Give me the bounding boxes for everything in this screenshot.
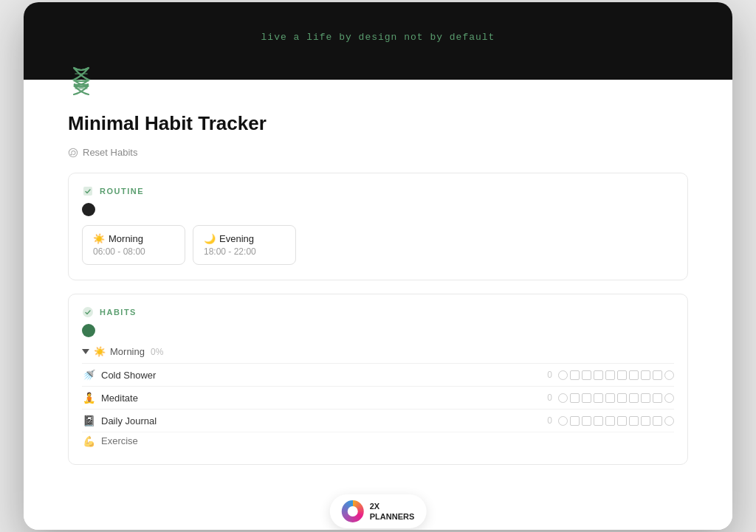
routine-card-evening[interactable]: 🌙 Evening 18:00 - 22:00 xyxy=(193,225,296,265)
cb-18[interactable] xyxy=(582,416,591,426)
brand-logo-inner xyxy=(348,506,358,517)
habit-row-daily-journal: 📓 Daily Journal 0 xyxy=(82,409,674,432)
habits-dot xyxy=(82,324,95,337)
cb-7[interactable] xyxy=(641,370,650,380)
morning-card-title: ☀️ Morning xyxy=(93,233,174,244)
cb-20[interactable] xyxy=(605,416,615,426)
routine-icon xyxy=(82,185,94,197)
cb-1[interactable] xyxy=(570,370,580,380)
cb-9[interactable] xyxy=(570,393,580,403)
habits-section-header: HABITS xyxy=(82,306,674,318)
habits-morning-row[interactable]: ☀️ Morning 0% xyxy=(82,346,674,357)
cold-shower-icon: 🚿 xyxy=(82,368,95,381)
exercise-name: Exercise xyxy=(101,435,674,446)
header-tagline: live a life by design not by default xyxy=(24,32,732,43)
radio-6[interactable] xyxy=(664,416,674,426)
routine-section-header: ROUTINE xyxy=(82,185,674,197)
morning-pct: 0% xyxy=(151,347,163,357)
meditate-name: Meditate xyxy=(101,393,537,404)
cb-6[interactable] xyxy=(629,370,639,380)
cold-shower-count: 0 xyxy=(537,370,552,380)
moon-icon: 🌙 xyxy=(204,233,216,244)
radio-4[interactable] xyxy=(664,393,674,403)
watermark: 2X PLANNERS xyxy=(330,494,427,528)
radio-5[interactable] xyxy=(558,416,568,426)
journal-icon: 📓 xyxy=(82,414,95,427)
cb-2[interactable] xyxy=(582,370,591,380)
svg-rect-4 xyxy=(83,187,92,196)
habits-icon xyxy=(82,306,94,318)
sun-icon: ☀️ xyxy=(93,233,105,244)
svg-point-3 xyxy=(69,148,77,156)
cb-24[interactable] xyxy=(653,416,662,426)
journal-checkboxes xyxy=(558,416,674,426)
habit-row-meditate: 🧘 Meditate 0 xyxy=(82,386,674,409)
habits-section-card: HABITS ☀️ Morning 0% 🚿 Cold Shower 0 xyxy=(68,294,688,465)
dna-icon xyxy=(68,65,688,100)
cb-10[interactable] xyxy=(582,393,591,403)
meditate-icon: 🧘 xyxy=(82,391,95,404)
cb-5[interactable] xyxy=(617,370,627,380)
cb-4[interactable] xyxy=(605,370,615,380)
exercise-icon: 💪 xyxy=(82,435,95,448)
reset-habits-button[interactable]: Reset Habits xyxy=(68,147,688,158)
cb-17[interactable] xyxy=(570,416,580,426)
morning-habits-label: Morning xyxy=(110,346,145,357)
routine-section-card: ROUTINE ☀️ Morning 06:00 - 08:00 🌙 Eveni… xyxy=(68,173,688,280)
cb-11[interactable] xyxy=(594,393,603,403)
brand-logo xyxy=(342,500,364,522)
page-title: Minimal Habit Tracker xyxy=(68,112,688,135)
routine-label: ROUTINE xyxy=(100,187,144,196)
reset-habits-label: Reset Habits xyxy=(83,147,137,158)
radio-2[interactable] xyxy=(664,370,674,380)
evening-card-time: 18:00 - 22:00 xyxy=(204,246,285,257)
cb-12[interactable] xyxy=(605,393,615,403)
main-content: Minimal Habit Tracker Reset Habits ROUTI… xyxy=(24,80,732,530)
routine-cards: ☀️ Morning 06:00 - 08:00 🌙 Evening 18:00… xyxy=(82,225,674,265)
cold-shower-checkboxes xyxy=(558,370,674,380)
radio-1[interactable] xyxy=(558,370,568,380)
evening-card-title: 🌙 Evening xyxy=(204,233,285,244)
expand-icon xyxy=(82,349,89,354)
routine-dot xyxy=(82,203,95,216)
habit-row-cold-shower: 🚿 Cold Shower 0 xyxy=(82,363,674,386)
meditate-count: 0 xyxy=(537,393,552,403)
cb-3[interactable] xyxy=(594,370,603,380)
cb-21[interactable] xyxy=(617,416,627,426)
cb-19[interactable] xyxy=(594,416,603,426)
sun-icon-small: ☀️ xyxy=(94,346,106,357)
cold-shower-name: Cold Shower xyxy=(101,370,537,381)
radio-3[interactable] xyxy=(558,393,568,403)
meditate-checkboxes xyxy=(558,393,674,403)
app-wrapper: live a life by design not by default Min… xyxy=(24,2,732,530)
reset-icon xyxy=(68,148,78,158)
habits-label: HABITS xyxy=(100,308,137,317)
cb-15[interactable] xyxy=(641,393,650,403)
cb-16[interactable] xyxy=(653,393,662,403)
brand-text: 2X PLANNERS xyxy=(370,501,415,522)
cb-14[interactable] xyxy=(629,393,639,403)
cb-23[interactable] xyxy=(641,416,650,426)
journal-count: 0 xyxy=(537,415,552,426)
cb-22[interactable] xyxy=(629,416,639,426)
habit-row-exercise: 💪 Exercise xyxy=(82,432,674,449)
journal-name: Daily Journal xyxy=(101,415,537,426)
cb-13[interactable] xyxy=(617,393,627,403)
routine-card-morning[interactable]: ☀️ Morning 06:00 - 08:00 xyxy=(82,225,185,265)
cb-8[interactable] xyxy=(653,370,662,380)
svg-point-5 xyxy=(83,307,93,317)
morning-card-time: 06:00 - 08:00 xyxy=(93,246,174,257)
